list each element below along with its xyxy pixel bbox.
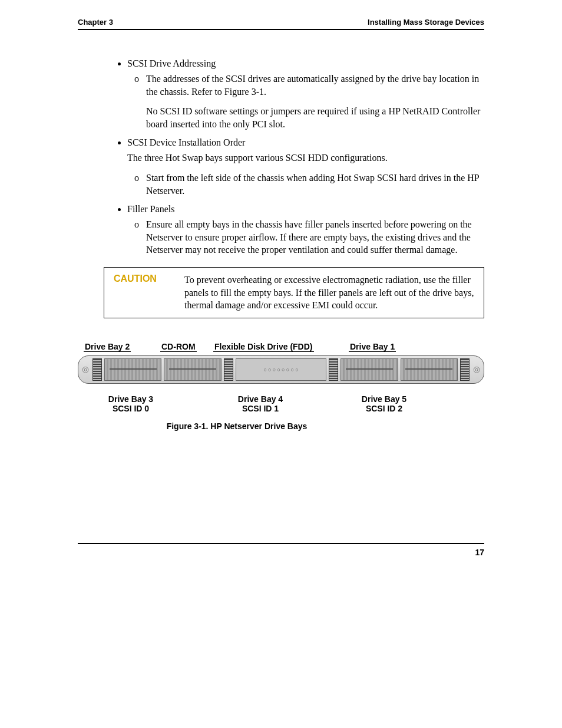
label-drive-bay-3: Drive Bay 3 [78, 394, 184, 404]
vent-icon [92, 358, 102, 381]
page-number: 17 [475, 548, 484, 557]
caution-text: To prevent overheating or excessive elec… [184, 274, 474, 312]
item-title: SCSI Device Installation Order [127, 137, 245, 147]
sub-item: Ensure all empty bays in the chassis hav… [146, 218, 484, 256]
header-right: Installing Mass Storage Devices [368, 18, 484, 27]
sub-item: The addresses of the SCSI drives are aut… [146, 73, 484, 130]
page-footer: 17 [78, 543, 484, 557]
figure-bottom-labels: Drive Bay 3 SCSI ID 0 Drive Bay 4 SCSI I… [78, 394, 484, 413]
figure-caption: Figure 3-1. HP Netserver Drive Bays [78, 421, 484, 431]
list-item: Filler Panels Ensure all empty bays in t… [127, 204, 484, 256]
drive-bay [401, 358, 458, 381]
label-drive-bay-4: Drive Bay 4 [184, 394, 337, 404]
vent-icon [460, 358, 470, 381]
paragraph: No SCSI ID software settings or jumpers … [146, 105, 484, 130]
caution-box: CAUTION To prevent overheating or excess… [104, 267, 484, 318]
body-content: SCSI Drive Addressing The addresses of t… [78, 58, 484, 431]
screw-icon: ◎ [472, 358, 481, 381]
sub-list: The addresses of the SCSI drives are aut… [127, 73, 484, 130]
figure-top-labels: Drive Bay 2 CD-ROM Flexible Disk Drive (… [78, 342, 484, 352]
item-title: Filler Panels [127, 204, 174, 214]
header-left: Chapter 3 [78, 18, 113, 27]
drive-bay [340, 358, 398, 381]
label-drive-bay-1: Drive Bay 1 [349, 342, 396, 352]
sub-list: Ensure all empty bays in the chassis hav… [127, 218, 484, 256]
paragraph: Start from the left side of the chassis … [146, 172, 484, 197]
fdd-bay: ○ ○ ○ ○ ○ ○ ○ ○ [236, 358, 327, 381]
sub-item: Start from the left side of the chassis … [146, 172, 484, 197]
label-scsi-id-1: SCSI ID 1 [184, 404, 337, 413]
label-scsi-id-2: SCSI ID 2 [337, 404, 431, 413]
caution-label: CAUTION [114, 274, 184, 312]
chassis-diagram: ◎ ○ ○ ○ ○ ○ ○ ○ ○ ◎ [78, 355, 484, 384]
list-item: SCSI Device Installation Order The three… [127, 137, 484, 197]
label-drive-bay-5: Drive Bay 5 [337, 394, 431, 404]
vent-icon [329, 358, 338, 381]
drive-bay [104, 358, 161, 381]
figure: Drive Bay 2 CD-ROM Flexible Disk Drive (… [78, 342, 484, 431]
label-scsi-id-0: SCSI ID 0 [78, 404, 184, 413]
paragraph: Ensure all empty bays in the chassis hav… [146, 218, 484, 256]
label-fdd: Flexible Disk Drive (FDD) [213, 342, 314, 352]
vent-icon [224, 358, 233, 381]
page: Chapter 3 Installing Mass Storage Device… [0, 0, 562, 728]
paragraph: The three Hot Swap bays support various … [127, 151, 484, 164]
screw-icon: ◎ [81, 358, 90, 381]
paragraph: The addresses of the SCSI drives are aut… [146, 73, 484, 98]
label-drive-bay-2: Drive Bay 2 [84, 342, 131, 352]
sub-list: Start from the left side of the chassis … [127, 172, 484, 197]
bullet-list: SCSI Drive Addressing The addresses of t… [104, 58, 484, 256]
label-cdrom: CD-ROM [160, 342, 197, 352]
item-title: SCSI Drive Addressing [127, 58, 216, 68]
drive-bay [164, 358, 221, 381]
page-header: Chapter 3 Installing Mass Storage Device… [78, 18, 484, 30]
list-item: SCSI Drive Addressing The addresses of t… [127, 58, 484, 130]
